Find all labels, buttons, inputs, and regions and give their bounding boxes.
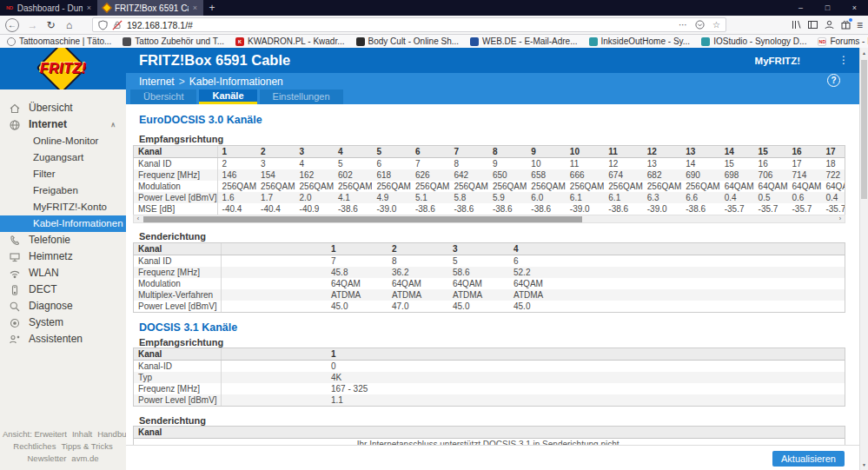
browser-tab-label: FRITZ!Box 6591 Cable bbox=[115, 3, 189, 13]
fritz-logo[interactable]: FRITZ! bbox=[0, 48, 126, 89]
value-cell: 698 bbox=[720, 169, 754, 181]
spacer-cell bbox=[221, 278, 327, 289]
browser-tab-fritzbox[interactable]: FRITZ!Box 6591 Cable × bbox=[97, 0, 203, 16]
bookmark-item[interactable]: KKWADRON.PL - Kwadr... bbox=[235, 36, 345, 46]
sidebar-subitem-myfritz-konto[interactable]: MyFRITZ!-Konto bbox=[0, 199, 126, 215]
sidebar-subitem-filter[interactable]: Filter bbox=[0, 166, 126, 182]
home-button[interactable]: ⌂ bbox=[60, 19, 78, 31]
scroll-right-icon[interactable]: › bbox=[836, 215, 845, 222]
scroll-up-icon[interactable]: ▲ bbox=[860, 48, 868, 58]
value-cell: 64QAM bbox=[388, 278, 448, 289]
new-tab-button[interactable]: + bbox=[203, 0, 221, 16]
insecure-lock-icon[interactable] bbox=[112, 20, 123, 30]
bookmark-label: Forums - Netduma Fo... bbox=[830, 36, 868, 46]
forward-button[interactable]: → bbox=[23, 19, 42, 31]
value-cell: 4K bbox=[327, 372, 813, 383]
row-label: Typ bbox=[134, 372, 221, 383]
back-button[interactable]: ← bbox=[5, 18, 19, 32]
value-cell: 167 - 325 bbox=[327, 383, 813, 394]
sidebar-subitem-kabel-informationen[interactable]: Kabel-Informationen bbox=[0, 215, 126, 232]
footer-link[interactable]: avm.de bbox=[71, 453, 98, 463]
value-cell: 14 bbox=[720, 146, 754, 158]
value-cell: 15 bbox=[720, 158, 754, 170]
bookmark-star-icon[interactable]: ☆ bbox=[712, 20, 720, 30]
pocket-icon[interactable] bbox=[695, 20, 705, 30]
menu-icon[interactable]: ≡ bbox=[857, 19, 863, 31]
vertical-scrollbar[interactable]: ▲ ▼ bbox=[859, 48, 868, 470]
filler-cell bbox=[813, 372, 845, 383]
account-icon[interactable] bbox=[824, 19, 835, 30]
value-cell: 1 bbox=[327, 243, 388, 255]
reload-button[interactable]: ↻ bbox=[42, 19, 60, 31]
value-cell: 3 bbox=[256, 158, 295, 170]
url-text[interactable]: 192.168.178.1/# bbox=[127, 20, 193, 30]
tab-close-icon[interactable]: × bbox=[193, 3, 197, 12]
library-icon[interactable] bbox=[791, 19, 802, 30]
bookmark-item[interactable]: Tattoomaschine | Täto... bbox=[7, 36, 111, 46]
tracking-shield-icon[interactable] bbox=[98, 20, 108, 30]
aktualisieren-button[interactable]: Aktualisieren bbox=[772, 451, 845, 467]
filler-cell bbox=[570, 267, 845, 278]
sidebar-item-telefonie[interactable]: Telefonie bbox=[0, 232, 126, 248]
bookmark-favicon-icon: ND bbox=[818, 37, 826, 46]
sidebar-item-diagnose[interactable]: Diagnose bbox=[0, 298, 126, 314]
url-bar[interactable]: 192.168.178.1/# ⋯ ☆ bbox=[92, 17, 726, 32]
scrollbar-thumb[interactable] bbox=[861, 60, 867, 199]
kebab-menu-icon[interactable]: ⋮ bbox=[838, 54, 849, 66]
bookmark-item[interactable]: InksideOutHome - Sy... bbox=[589, 36, 691, 46]
value-cell: 162 bbox=[295, 169, 334, 181]
value-cell: 7 bbox=[411, 158, 449, 170]
sidebar-subitem-zugangsart[interactable]: Zugangsart bbox=[0, 149, 126, 166]
sidebar-item-dect[interactable]: DECT bbox=[0, 281, 126, 298]
footer-link[interactable]: Inhalt bbox=[72, 429, 92, 439]
sidebar-item-system[interactable]: System bbox=[0, 314, 126, 331]
browser-tab-dumaos[interactable]: ND Dashboard - DumaOS × bbox=[0, 0, 97, 16]
gear-icon bbox=[9, 317, 21, 329]
minimize-button[interactable]: – bbox=[787, 0, 814, 16]
table-row: Power Level [dBmV]1.61.72.04.14.95.15.85… bbox=[134, 192, 845, 203]
sidebar-item-internet[interactable]: Internet ∧ bbox=[0, 116, 126, 133]
page-actions-icon[interactable]: ⋯ bbox=[679, 20, 687, 30]
scroll-down-icon[interactable]: ▼ bbox=[860, 460, 868, 470]
bookmark-item[interactable]: IOStudio - Synology D... bbox=[701, 36, 806, 46]
sidebars-icon[interactable] bbox=[807, 19, 818, 30]
value-cell: 17 bbox=[788, 158, 822, 170]
tab-close-icon[interactable]: × bbox=[87, 3, 91, 12]
sidebar-item-wlan[interactable]: WLAN bbox=[0, 265, 126, 281]
value-cell: 256QAM bbox=[295, 181, 334, 192]
myfritz-link[interactable]: MyFRITZ! bbox=[755, 56, 800, 66]
bookmark-item[interactable]: Body Cult - Online Sh... bbox=[356, 36, 460, 46]
sidebar-item-uebersicht[interactable]: Übersicht bbox=[0, 100, 126, 116]
value-cell: 256QAM bbox=[334, 181, 372, 192]
sidebar-subitem-freigaben[interactable]: Freigaben bbox=[0, 182, 126, 199]
horizontal-scrollbar[interactable]: ‹ › bbox=[133, 215, 845, 223]
row-label: Kanal bbox=[134, 348, 221, 361]
tab-uebersicht[interactable]: Übersicht bbox=[130, 89, 196, 104]
breadcrumb-section[interactable]: Internet bbox=[139, 76, 175, 88]
value-cell: 3 bbox=[295, 146, 334, 158]
bookmarks-bar: Tattoomaschine | Täto...Tattoo Zubehör u… bbox=[0, 35, 868, 48]
fritz-favicon-icon bbox=[102, 3, 111, 12]
sidebar-item-assistenten[interactable]: Assistenten bbox=[0, 331, 126, 348]
filler-cell bbox=[813, 383, 845, 394]
footer-link[interactable]: Tipps & Tricks bbox=[61, 441, 112, 451]
maximize-button[interactable]: □ bbox=[814, 0, 841, 16]
home-icon bbox=[9, 103, 21, 115]
sidebar-subitem-online-monitor[interactable]: Online-Monitor bbox=[0, 133, 126, 149]
bookmark-item[interactable]: NDForums - Netduma Fo... bbox=[818, 36, 868, 46]
table-docsis31-downstream: Kanal1Kanal-ID0Typ4KFrequenz [MHz]167 - … bbox=[133, 348, 845, 407]
footer-link[interactable]: Ansicht: Erweitert bbox=[3, 429, 67, 439]
tab-einstellungen[interactable]: Einstellungen bbox=[260, 89, 343, 104]
close-button[interactable]: × bbox=[841, 0, 868, 16]
value-cell: 674 bbox=[604, 169, 642, 181]
bookmark-item[interactable]: Tattoo Zubehör und T... bbox=[123, 36, 224, 46]
bookmark-item[interactable]: WEB.DE - E-Mail-Adre... bbox=[470, 36, 577, 46]
footer-link[interactable]: Rechtliches bbox=[13, 441, 56, 451]
sidebar-item-heimnetz[interactable]: Heimnetz bbox=[0, 248, 126, 265]
scroll-left-icon[interactable]: ‹ bbox=[134, 215, 142, 222]
footer-link[interactable]: Newsletter bbox=[27, 453, 66, 463]
tab-kanaele[interactable]: Kanäle bbox=[199, 89, 256, 104]
help-icon[interactable]: ? bbox=[827, 74, 840, 87]
row-label: Frequenz [MHz] bbox=[134, 383, 221, 394]
scrollbar-thumb[interactable] bbox=[143, 216, 582, 222]
